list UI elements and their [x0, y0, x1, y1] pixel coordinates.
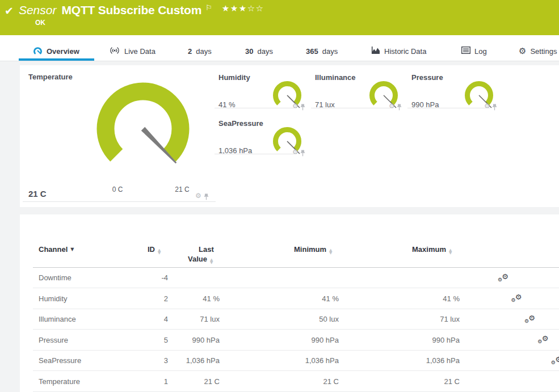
column-header-minimum[interactable]: Minimum▲▼ [294, 245, 332, 255]
sort-icon: ▲▼ [158, 249, 161, 255]
channel-name[interactable]: Pressure [39, 336, 129, 344]
tile-divider [23, 201, 216, 202]
gauge-title-seapressure: SeaPressure [218, 119, 263, 128]
tab-365-days[interactable]: 365 days [306, 46, 338, 56]
gauge-gear-icon[interactable]: ⚙ [292, 149, 299, 155]
row-divider [33, 370, 559, 371]
gauge-icon [33, 46, 43, 57]
tile-divider [215, 108, 297, 108]
gauge-pin-icon[interactable] [492, 103, 497, 113]
tab-overview[interactable]: Overview [33, 46, 79, 56]
channel-last-value: 990 hPa [146, 336, 220, 344]
channel-last-value: 41 % [146, 294, 220, 303]
tab-2-days-number: 2 [188, 47, 192, 56]
gauge-scale-max: 21 C [171, 186, 193, 193]
channel-settings-gears-icon[interactable]: ⚙⚙ [551, 356, 559, 365]
channel-settings-gears-icon[interactable]: ⚙⚙ [511, 293, 522, 302]
active-tab-underline [19, 58, 94, 61]
gauge-value-temperature: 21 C [28, 189, 47, 199]
gauge-gear-icon[interactable]: ⚙ [292, 103, 299, 109]
gauge-scale-min: 0 C [107, 186, 128, 193]
stars-empty[interactable]: ☆☆ [247, 3, 264, 14]
tile-divider [407, 108, 490, 108]
tab-2-days[interactable]: 2 days [188, 46, 212, 56]
gauge-pin-icon[interactable] [300, 149, 305, 159]
channel-maximum: 21 C [375, 377, 460, 386]
row-divider [33, 288, 559, 288]
channel-name[interactable]: SeaPressure [39, 356, 129, 365]
column-header-minimum-label: Minimum [294, 245, 326, 254]
channel-last-value: 21 C [146, 377, 220, 386]
channel-id: -4 [117, 273, 168, 282]
gauge-pin-icon[interactable] [300, 103, 305, 113]
sensor-header: ✔ Sensor MQTT Subscribe Custom ⚐ ★★★☆☆ O… [0, 0, 559, 35]
channel-maximum: 1,036 hPa [375, 356, 460, 365]
channel-name[interactable]: Humidity [39, 294, 129, 303]
tab-live-data[interactable]: Live Data [109, 46, 155, 56]
area-chart-icon [371, 47, 380, 56]
channel-name[interactable]: Temperature [39, 377, 129, 386]
column-header-channel-label: Channel [39, 245, 68, 254]
channel-settings-gears-icon[interactable]: ⚙⚙ [498, 273, 508, 282]
flag-icon[interactable]: ⚐ [205, 3, 212, 12]
gauge-title-illuminance: Illuminance [315, 73, 356, 82]
gear-icon: ⚙ [519, 47, 526, 56]
column-header-last-label: Last [199, 245, 214, 254]
channel-last-value: 71 lux [146, 315, 220, 323]
tab-2-days-label: days [196, 47, 211, 56]
temperature-gauge [96, 82, 190, 175]
row-divider [33, 350, 559, 351]
channel-minimum: 990 hPa [254, 336, 339, 344]
tab-30-days[interactable]: 30 days [245, 46, 273, 56]
gauge-gear-icon[interactable]: ⚙ [389, 103, 395, 109]
column-header-last-value-line1[interactable]: Last [199, 245, 214, 254]
gauge-pin-icon[interactable] [397, 103, 402, 113]
broadcast-icon [109, 47, 120, 56]
channel-minimum: 41 % [254, 294, 339, 303]
column-header-maximum[interactable]: Maximum▲▼ [412, 245, 452, 255]
tile-divider [215, 154, 297, 154]
tab-historic-data-label: Historic Data [384, 47, 426, 56]
sort-descending-icon: ▼ [70, 247, 74, 252]
channel-settings-gears-icon[interactable]: ⚙⚙ [537, 335, 548, 344]
tab-settings-label: Settings [530, 47, 557, 56]
tab-settings[interactable]: ⚙ Settings [519, 46, 557, 56]
log-list-icon [461, 47, 470, 56]
gauge-gear-icon[interactable]: ⚙ [195, 192, 201, 199]
channel-minimum: 1,036 hPa [254, 356, 339, 365]
tab-30-days-label: days [257, 47, 272, 56]
sort-icon: ▲▼ [329, 249, 332, 255]
row-divider [33, 329, 559, 330]
channel-name[interactable]: Illuminance [39, 315, 129, 323]
channel-table-panel [20, 214, 559, 392]
gauge-title-pressure: Pressure [411, 73, 443, 82]
stars-filled[interactable]: ★★★ [222, 3, 247, 14]
column-header-id-label: ID [148, 245, 155, 254]
column-header-channel[interactable]: Channel▼ [39, 245, 74, 254]
priority-stars[interactable]: ★★★☆☆ [222, 5, 264, 13]
tile-divider [311, 108, 393, 108]
table-header-divider [33, 267, 559, 268]
sensor-title-row: ✔ Sensor MQTT Subscribe Custom ⚐ ★★★☆☆ [5, 2, 264, 18]
sort-icon: ▲▼ [449, 249, 452, 255]
channel-settings-gears-icon[interactable]: ⚙⚙ [524, 314, 535, 323]
tab-overview-label: Overview [47, 47, 79, 56]
tab-log[interactable]: Log [461, 46, 487, 56]
channel-maximum: 41 % [375, 294, 460, 303]
tab-log-label: Log [474, 47, 487, 56]
gauge-gear-icon[interactable]: ⚙ [484, 103, 490, 109]
tab-365-days-number: 365 [306, 47, 318, 56]
channel-maximum: 71 lux [375, 315, 460, 323]
column-header-maximum-label: Maximum [412, 245, 446, 254]
status-ok-check-icon: ✔ [5, 6, 14, 16]
sensor-status-badge: OK [35, 19, 45, 27]
tab-30-days-number: 30 [245, 47, 253, 56]
sensor-type-label: Sensor [19, 2, 57, 18]
channel-maximum: 990 hPa [375, 336, 460, 344]
tab-historic-data[interactable]: Historic Data [371, 46, 426, 56]
column-header-id[interactable]: ID▲▼ [148, 245, 161, 255]
channel-minimum: 21 C [254, 377, 339, 386]
column-header-last-value-line2[interactable]: Value▲▼ [188, 255, 213, 264]
channel-name[interactable]: Downtime [39, 273, 129, 282]
tab-live-data-label: Live Data [124, 47, 155, 56]
